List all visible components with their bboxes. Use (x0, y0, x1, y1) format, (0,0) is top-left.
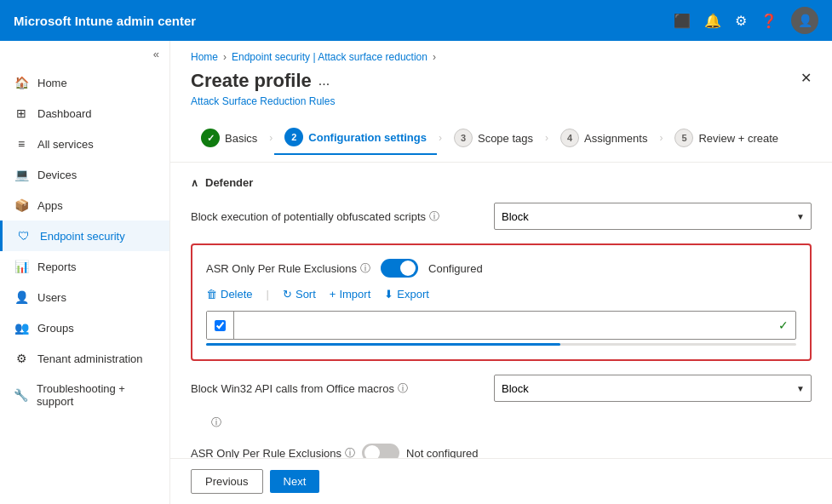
sidebar-item-endpoint-security[interactable]: 🛡 Endpoint security (0, 220, 169, 251)
toggle-knob-1 (400, 261, 416, 276)
wizard-step-configuration[interactable]: 2 Configuration settings (274, 121, 437, 155)
previous-button[interactable]: Previous (191, 469, 263, 494)
sidebar-item-dashboard[interactable]: ⊞ Dashboard (0, 98, 169, 129)
page-title: Create profile (191, 70, 312, 92)
asr-box-1: ASR Only Per Rule Exclusions ⓘ Configure… (191, 243, 812, 361)
sidebar-item-all-services[interactable]: ≡ All services (0, 129, 169, 159)
wizard-step-assignments[interactable]: 4 Assignments (550, 122, 657, 154)
bell-icon[interactable]: 🔔 (704, 13, 721, 29)
breadcrumb-home[interactable]: Home (191, 51, 218, 63)
page-header: Create profile ... ✕ (170, 63, 832, 95)
field-label-obfuscated-scripts: Block execution of potentially obfuscate… (191, 209, 480, 224)
asr-toggle-2[interactable] (362, 444, 399, 458)
field-label-win32-api: Block Win32 API calls from Office macros… (191, 381, 480, 396)
step-circle-scope: 3 (454, 129, 473, 147)
step-circle-config: 2 (284, 128, 303, 146)
progress-bar-1 (206, 343, 796, 346)
asr-text-input-1[interactable] (241, 312, 772, 339)
dashboard-icon: ⊞ (14, 106, 29, 120)
sidebar: « 🏠 Home ⊞ Dashboard ≡ All services 💻 De… (0, 41, 170, 504)
footer: Previous Next (170, 458, 832, 504)
breadcrumb-endpoint-security[interactable]: Endpoint security | Attack surface reduc… (232, 51, 427, 63)
checkbox-input-1[interactable] (215, 320, 226, 331)
asr-label-2: ASR Only Per Rule Exclusions ⓘ (191, 446, 355, 459)
delete-icon: 🗑 (206, 288, 217, 301)
asr-label-1: ASR Only Per Rule Exclusions ⓘ (206, 261, 370, 276)
info-icon-field1[interactable]: ⓘ (429, 209, 439, 224)
not-configured-row: ASR Only Per Rule Exclusions ⓘ Not confi… (191, 444, 812, 458)
step-circle-review: 5 (674, 129, 693, 147)
settings-icon[interactable]: ⚙ (735, 13, 747, 29)
sidebar-item-home[interactable]: 🏠 Home (0, 67, 169, 98)
ellipsis-button[interactable]: ... (318, 73, 330, 89)
breadcrumb: Home › Endpoint security | Attack surfac… (170, 41, 832, 63)
sidebar-item-reports[interactable]: 📊 Reports (0, 251, 169, 282)
delete-button[interactable]: 🗑 Delete (206, 288, 253, 301)
progress-fill-1 (206, 343, 560, 346)
export-icon: ⬇ (384, 288, 393, 301)
info-icon-field2-sub[interactable]: ⓘ (211, 416, 221, 428)
main-layout: « 🏠 Home ⊞ Dashboard ≡ All services 💻 De… (0, 41, 832, 504)
toggle-knob-2 (364, 445, 380, 458)
sort-icon: ↻ (283, 288, 292, 301)
header-icons: ⬛ 🔔 ⚙ ❓ 👤 (674, 7, 818, 34)
sidebar-item-users[interactable]: 👤 Users (0, 282, 169, 312)
groups-icon: 👥 (14, 321, 29, 335)
info-icon-asr2[interactable]: ⓘ (345, 446, 355, 459)
import-icon: + (330, 288, 336, 301)
wizard-steps: ✓ Basics › 2 Configuration settings › 3 … (170, 114, 832, 163)
sidebar-item-devices[interactable]: 💻 Devices (0, 159, 169, 190)
info-icon-field2[interactable]: ⓘ (398, 381, 408, 396)
field-row-win32-api: Block Win32 API calls from Office macros… (191, 375, 812, 402)
wizard-step-scope-tags[interactable]: 3 Scope tags (444, 122, 543, 154)
top-header: Microsoft Intune admin center ⬛ 🔔 ⚙ ❓ 👤 (0, 0, 832, 41)
asr-toggle-1[interactable] (381, 259, 418, 278)
page-subtitle[interactable]: Attack Surface Reduction Rules (170, 95, 832, 114)
asr-toolbar-1: 🗑 Delete | ↻ Sort + Import ⬇ Export (206, 288, 796, 301)
info-icon-asr1[interactable]: ⓘ (360, 261, 370, 276)
troubleshooting-icon: 🔧 (14, 388, 28, 402)
step-circle-assignments: 4 (560, 129, 579, 147)
sidebar-collapse-btn[interactable]: « (0, 41, 169, 67)
section-header-defender: ∧ Defender (191, 176, 812, 189)
endpoint-security-icon: 🛡 (16, 229, 32, 243)
help-icon[interactable]: ❓ (760, 13, 777, 29)
select-wrapper-field1: Block Not configured Audit ▼ (494, 203, 812, 230)
all-services-icon: ≡ (14, 137, 29, 151)
asr-toggle-label-1: Configured (428, 262, 483, 275)
form-content: ∧ Defender Block execution of potentiall… (170, 163, 832, 458)
export-button[interactable]: ⬇ Export (384, 288, 429, 301)
sidebar-item-troubleshooting-support[interactable]: 🔧 Troubleshooting + support (0, 374, 169, 416)
close-button[interactable]: ✕ (800, 70, 812, 86)
chevron-up-icon[interactable]: ∧ (191, 177, 198, 189)
app-title: Microsoft Intune admin center (14, 14, 674, 28)
home-icon: 🏠 (14, 76, 29, 89)
next-button[interactable]: Next (270, 470, 320, 493)
select-win32-api[interactable]: Block Not configured Audit (494, 375, 812, 402)
sidebar-item-tenant-administration[interactable]: ⚙ Tenant administration (0, 343, 169, 374)
remote-icon[interactable]: ⬛ (674, 13, 691, 29)
content-area: Home › Endpoint security | Attack surfac… (170, 41, 832, 504)
field-row-obfuscated-scripts: Block execution of potentially obfuscate… (191, 203, 812, 230)
row-checkbox-1[interactable] (207, 312, 234, 339)
reports-icon: 📊 (14, 260, 29, 273)
check-icon-1: ✓ (778, 318, 795, 332)
select-wrapper-field2: Block Not configured Audit ▼ (494, 375, 812, 402)
import-button[interactable]: + Import (330, 288, 370, 301)
sort-button[interactable]: ↻ Sort (283, 288, 316, 301)
devices-icon: 💻 (14, 168, 29, 181)
asr-row-1: ASR Only Per Rule Exclusions ⓘ Configure… (206, 259, 796, 278)
tenant-icon: ⚙ (14, 352, 29, 365)
users-icon: 👤 (14, 290, 29, 304)
apps-icon: 📦 (14, 198, 29, 212)
asr-input-row-1: ✓ (206, 311, 796, 340)
not-configured-label: Not configured (406, 447, 479, 459)
wizard-step-review[interactable]: 5 Review + create (664, 122, 789, 154)
step-circle-basics: ✓ (201, 129, 220, 147)
select-obfuscated-scripts[interactable]: Block Not configured Audit (494, 203, 812, 230)
sidebar-item-groups[interactable]: 👥 Groups (0, 312, 169, 343)
avatar[interactable]: 👤 (791, 7, 818, 34)
wizard-step-basics[interactable]: ✓ Basics (191, 122, 267, 154)
sidebar-item-apps[interactable]: 📦 Apps (0, 190, 169, 220)
